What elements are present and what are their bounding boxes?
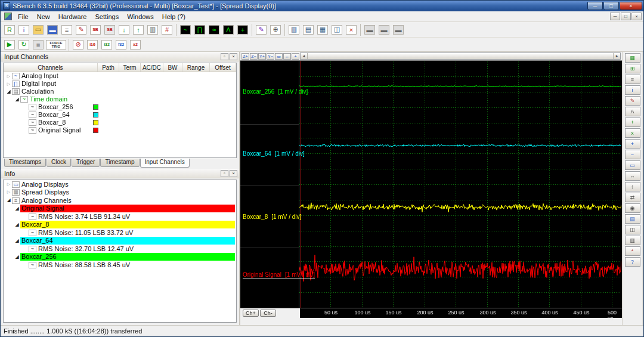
layout-save-button[interactable]: ▬ (363, 23, 377, 36)
convert-int32-button[interactable]: i32 (100, 38, 114, 51)
maximize-button[interactable]: □ (603, 2, 619, 10)
channel-row-digital-input[interactable]: ▷∏Digital Input (4, 80, 236, 88)
display-settings-button[interactable]: ▦ (625, 53, 640, 63)
info-row-boxcar-8[interactable]: ◢Boxcar_8 (4, 221, 236, 229)
column-header-term[interactable]: Term (119, 63, 141, 72)
close-panel-button[interactable]: × (230, 170, 237, 177)
fit-view-button[interactable]: ↔ (283, 53, 291, 60)
restore-settings-button[interactable]: R (2, 23, 17, 36)
channel-list-button[interactable]: ≡ (625, 75, 640, 84)
pan-view-button[interactable]: ⇄ (625, 193, 640, 202)
info-row-boxcar-64[interactable]: ◢Boxcar_64 (4, 237, 236, 245)
force-trigger-button[interactable]: FORCE TRIG (45, 38, 67, 51)
zoom-in-button[interactable]: + (625, 139, 640, 149)
column-header-offset[interactable]: Offset (210, 63, 236, 72)
start-acquisition-button[interactable]: ▶ (2, 38, 17, 51)
channel-color-swatch[interactable] (93, 128, 98, 133)
channel-color-swatch[interactable] (93, 112, 98, 118)
add-text-label-button[interactable]: A (625, 107, 640, 116)
info-row-rms-noise-88-58-lsb-8-45-uv[interactable]: ~RMS Noise: 88.58 LSB 8.45 uV (4, 261, 236, 269)
expander-icon[interactable]: ▷ (5, 72, 12, 80)
tab-timestamps[interactable]: Timestamps (4, 159, 46, 167)
expander-icon[interactable]: ◢ (14, 238, 20, 243)
new-xy-display-button[interactable]: + (236, 23, 250, 36)
zoom-x-out-button[interactable]: Z− (250, 53, 258, 60)
close-panel-button[interactable]: × (230, 53, 237, 60)
info-row-rms-noise-11-05-lsb-33-72-uv[interactable]: ~RMS Noise: 11.05 LSB 33.72 uV (4, 228, 236, 237)
info-row-rms-noise-3-74-lsb-91-34-uv[interactable]: ~RMS Noise: 3.74 LSB 91.34 uV (4, 212, 236, 221)
expander-icon[interactable]: ◢ (14, 222, 20, 227)
expander-icon[interactable]: ▷ (5, 182, 12, 187)
menu-item-hardware[interactable]: Hardware (54, 13, 91, 21)
column-header-bw[interactable]: BW (163, 63, 182, 72)
import-data-button[interactable]: ↓ (117, 23, 131, 36)
zoom-out-button[interactable]: − (625, 150, 640, 159)
print-display-button[interactable]: ▥ (625, 236, 640, 245)
menu-item-windows[interactable]: Windows (123, 13, 158, 21)
new-calculation-button[interactable]: ✎ (254, 23, 268, 36)
data-grid-button[interactable]: # (160, 23, 174, 36)
minimize-button[interactable]: ─ (587, 2, 603, 10)
layout-manager-button[interactable]: ▬ (391, 23, 405, 36)
close-all-displays-button[interactable]: × (344, 23, 358, 36)
zoom-y-out-button[interactable]: Y− (267, 53, 274, 60)
signal-plot[interactable] (299, 61, 621, 308)
scroll-right-arrow[interactable]: ▸ (613, 53, 620, 59)
menu-item-settings[interactable]: Settings (91, 13, 123, 21)
channel-label-original-signal[interactable]: Original Signal[1 mV / div] (243, 271, 315, 279)
menu-item-new[interactable]: New (33, 13, 54, 21)
channel-row-boxcar-8[interactable]: ~Boxcar_8 (4, 119, 236, 126)
column-header-ac-dc[interactable]: AC/DC (141, 63, 163, 72)
expander-icon[interactable]: ▷ (5, 190, 12, 194)
info-row-rms-noise-32-70-lsb-12-47-uv[interactable]: ~RMS Noise: 32.70 LSB 12.47 uV (4, 245, 236, 253)
scrollbar-thumb[interactable] (308, 53, 613, 59)
column-header-range[interactable]: Range (182, 63, 210, 72)
info-row-spread-displays[interactable]: ▷▦Spread Displays (4, 188, 236, 197)
channel-remove-button[interactable]: Ch- (260, 310, 276, 317)
zoom-display-button[interactable]: ⊕ (268, 23, 283, 36)
document-icon[interactable] (4, 13, 12, 20)
scale-x2-button[interactable]: x2 (128, 38, 143, 51)
display-properties-button[interactable]: * (625, 246, 640, 256)
snapshot-button[interactable]: ◉ (625, 203, 640, 213)
save-file-button[interactable]: ▬ (45, 23, 60, 36)
expander-icon[interactable]: ◢ (14, 254, 20, 259)
stop-acquisition-button[interactable]: ■ (31, 38, 45, 51)
channel-label-boxcar-8[interactable]: Boxcar_8[1 mV / div] (243, 214, 301, 220)
tile-horizontal-button[interactable]: ▤ (301, 23, 315, 36)
layout-restore-button[interactable]: ▬ (377, 23, 391, 36)
fit-vertical-button[interactable]: ↕ (625, 182, 640, 191)
save-sb6-button[interactable]: SB (88, 23, 103, 36)
tile-grid-button[interactable]: ▦ (315, 23, 330, 36)
new-analog-display-button[interactable]: ~ (178, 23, 193, 36)
expander-icon[interactable]: ▷ (5, 80, 12, 88)
grid-settings-button[interactable]: ⊞ (625, 64, 640, 73)
edit-document-button[interactable]: ✎ (74, 23, 88, 36)
export-document-button[interactable]: ≡ (60, 23, 74, 36)
channel-row-calculation[interactable]: ◢▤Calculation (4, 88, 236, 95)
channel-color-swatch[interactable] (93, 120, 98, 125)
mdi-minimize-button[interactable]: ─ (610, 13, 620, 20)
scroll-left-arrow[interactable]: ◂ (301, 53, 308, 59)
close-button[interactable]: × (620, 2, 642, 10)
split-display-button[interactable]: ◫ (330, 23, 344, 36)
convert-int16-button[interactable]: i16 (85, 38, 100, 51)
print-document-button[interactable]: ▥ (145, 23, 160, 36)
new-fft-display-button[interactable]: Λ (221, 23, 236, 36)
cursor-mode-button[interactable]: + (292, 53, 299, 60)
menu-item-file[interactable]: File (14, 13, 33, 21)
zoom-y-in-button[interactable]: Y+ (258, 53, 266, 60)
open-file-button[interactable]: ▭ (31, 23, 45, 36)
zoom-x-in-button[interactable]: Z+ (242, 53, 249, 60)
channel-label-boxcar-256[interactable]: Boxcar_256[1 mV / div] (243, 88, 308, 95)
tab-timestamp[interactable]: Timestamp (100, 159, 139, 167)
new-spread-display-button[interactable]: ≈ (207, 23, 221, 36)
restart-acquisition-button[interactable]: ↻ (17, 38, 31, 51)
float-panel-button[interactable]: ▫ (221, 170, 228, 177)
column-header-path[interactable]: Path (98, 63, 119, 72)
edit-annotations-button[interactable]: ✎ (625, 96, 640, 106)
channel-row-analog-input[interactable]: ▷~Analog Input (4, 72, 236, 80)
info-row-original-signal[interactable]: ◢Original Signal (4, 205, 236, 213)
info-row-boxcar-256[interactable]: ◢Boxcar_256 (4, 253, 236, 261)
menu-item-help[interactable]: Help (?) (158, 13, 190, 21)
